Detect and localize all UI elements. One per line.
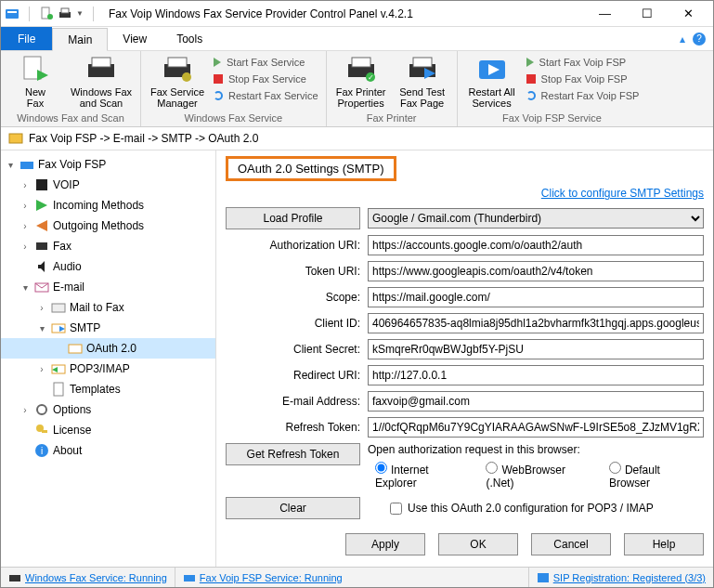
stop-fax-voip-fsp-button[interactable]: Stop Fax Voip FSP	[525, 72, 642, 86]
svg-rect-35	[54, 383, 63, 396]
tree-outgoing[interactable]: ›Outgoing Methods	[1, 216, 215, 236]
tree-email[interactable]: ▾E-mail	[1, 277, 215, 297]
outgoing-icon	[34, 218, 49, 233]
voip-icon	[34, 177, 49, 192]
svg-point-12	[182, 72, 191, 82]
tree-voip[interactable]: ›VOIP	[1, 175, 215, 195]
status-wfs[interactable]: Windows Fax Service: Running	[1, 568, 175, 587]
tree-fax[interactable]: ›Fax	[1, 236, 215, 256]
cancel-button[interactable]: Cancel	[531, 533, 611, 555]
new-fax-button[interactable]: New Fax	[5, 53, 66, 111]
scope-input[interactable]	[368, 287, 704, 307]
tab-view[interactable]: View	[108, 27, 162, 50]
get-refresh-token-button[interactable]: Get Refresh Token	[226, 443, 360, 465]
printer-icon[interactable]	[58, 7, 72, 21]
radio-webbrowser[interactable]: WebBrowser (.Net)	[486, 462, 595, 490]
restart-fax-voip-fsp-button[interactable]: Restart Fax Voip FSP	[525, 88, 642, 103]
windows-fax-scan-button[interactable]: Windows Fax and Scan	[66, 53, 136, 111]
tree-smtp[interactable]: ▾SMTP	[1, 318, 215, 338]
start-fax-voip-fsp-button[interactable]: Start Fax Voip FSP	[525, 55, 642, 70]
radio-default-browser[interactable]: Default Browser	[609, 462, 704, 490]
help-icon[interactable]: ?	[693, 33, 706, 46]
about-icon: i	[34, 443, 49, 458]
tree-license[interactable]: License	[1, 420, 215, 440]
token-uri-input[interactable]	[368, 261, 704, 281]
pop3-icon	[51, 361, 66, 376]
svg-rect-29	[52, 304, 65, 312]
tree-audio[interactable]: Audio	[1, 256, 215, 277]
tree-oauth[interactable]: OAuth 2.0	[1, 338, 215, 359]
collapse-ribbon-icon[interactable]: ▴	[680, 33, 685, 46]
client-secret-input[interactable]	[368, 339, 704, 359]
content-title: OAuth 2.0 Settings (SMTP)	[226, 156, 396, 181]
tree-about[interactable]: iAbout	[1, 440, 215, 461]
tree-incoming[interactable]: ›Incoming Methods	[1, 195, 215, 216]
start-fax-service-button[interactable]: Start Fax Service	[212, 55, 320, 70]
templates-icon	[51, 382, 66, 397]
menubar: File Main View Tools ▴ ?	[1, 27, 713, 51]
options-icon	[34, 402, 49, 417]
load-profile-button[interactable]: Load Profile	[226, 207, 360, 229]
ribbon: New Fax Windows Fax and Scan Windows Fax…	[1, 51, 713, 127]
mail-to-fax-icon	[51, 300, 66, 315]
email-input[interactable]	[368, 391, 704, 412]
restart-fax-service-button[interactable]: Restart Fax Service	[212, 88, 320, 103]
new-doc-icon[interactable]	[39, 7, 54, 21]
use-for-pop3-checkbox[interactable]	[390, 503, 402, 515]
send-test-fax-page-button[interactable]: Send Test Fax Page	[392, 53, 453, 111]
redirect-uri-input[interactable]	[368, 365, 704, 385]
ok-button[interactable]: OK	[438, 533, 518, 555]
oauth-icon	[68, 341, 83, 356]
client-id-input[interactable]	[368, 313, 704, 333]
tab-main[interactable]: Main	[52, 28, 108, 51]
svg-text:✓: ✓	[367, 73, 373, 82]
tab-tools[interactable]: Tools	[162, 27, 217, 50]
tree-mail-to-fax[interactable]: ›Mail to Fax	[1, 297, 215, 318]
breadcrumb: Fax Voip FSP -> E-mail -> SMTP -> OAuth …	[1, 127, 713, 150]
svg-rect-5	[61, 8, 69, 13]
license-icon	[34, 423, 49, 438]
nav-tree: ▾Fax Voip FSP ›VOIP ›Incoming Methods ›O…	[1, 150, 216, 567]
radio-ie[interactable]: Internet Explorer	[375, 462, 473, 490]
fax-printer-properties-button[interactable]: ✓ Fax Printer Properties	[331, 53, 392, 111]
svg-text:i: i	[41, 446, 43, 456]
email-icon	[34, 280, 49, 294]
clear-button[interactable]: Clear	[226, 497, 360, 519]
app-title: Fax Voip Windows Fax Service Provider Co…	[109, 7, 413, 20]
help-button[interactable]: Help	[624, 533, 704, 555]
tree-templates[interactable]: Templates	[1, 379, 215, 399]
svg-rect-22	[9, 134, 22, 143]
svg-rect-43	[538, 573, 549, 582]
minimize-button[interactable]: —	[584, 2, 626, 26]
svg-rect-38	[42, 430, 47, 433]
tab-file[interactable]: File	[1, 27, 52, 50]
printer-dropdown-icon[interactable]: ▼	[76, 9, 84, 18]
tree-pop3[interactable]: ›POP3/IMAP	[1, 359, 215, 379]
configure-smtp-link[interactable]: Click to configure SMTP Settings	[226, 187, 704, 200]
svg-rect-0	[6, 9, 19, 19]
status-fsp[interactable]: Fax Voip FSP Service: Running	[175, 568, 529, 587]
tree-root[interactable]: ▾Fax Voip FSP	[1, 154, 215, 175]
statusbar: Windows Fax Service: Running Fax Voip FS…	[1, 567, 713, 587]
fax-service-manager-button[interactable]: Fax Service Manager	[145, 53, 210, 111]
incoming-icon	[34, 198, 49, 213]
svg-point-36	[37, 405, 46, 414]
stop-fax-service-button[interactable]: Stop Fax Service	[212, 72, 320, 86]
breadcrumb-icon	[8, 131, 23, 146]
svg-rect-18	[413, 58, 432, 67]
restart-all-services-button[interactable]: Restart All Services	[461, 53, 523, 111]
titlebar: ▼ Fax Voip Windows Fax Service Provider …	[1, 1, 713, 27]
close-button[interactable]: ✕	[668, 2, 709, 26]
auth-uri-input[interactable]	[368, 235, 704, 255]
apply-button[interactable]: Apply	[345, 533, 425, 555]
refresh-token-input[interactable]	[368, 417, 704, 438]
maximize-button[interactable]: ☐	[626, 2, 668, 26]
profile-select[interactable]: Google / Gmail.com (Thunderbird)	[368, 208, 704, 229]
status-sip[interactable]: SIP Registration: Registered (3/3)	[529, 568, 713, 587]
svg-rect-14	[352, 58, 370, 67]
app-icon	[5, 7, 19, 21]
svg-rect-32	[69, 345, 82, 353]
svg-rect-27	[36, 242, 47, 250]
svg-marker-7	[37, 70, 48, 81]
tree-options[interactable]: ›Options	[1, 399, 215, 420]
